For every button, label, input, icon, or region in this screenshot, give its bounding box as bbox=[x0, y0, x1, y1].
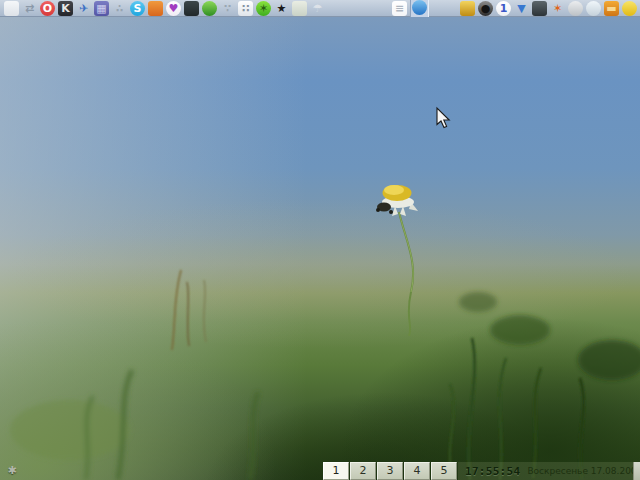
spider-star-icon[interactable]: ★ bbox=[274, 1, 289, 16]
document-icon[interactable]: ≡ bbox=[392, 1, 407, 16]
share-icon[interactable]: ⇄ bbox=[22, 1, 37, 16]
pale-badge-icon[interactable] bbox=[292, 1, 307, 16]
dark-disk-icon[interactable] bbox=[532, 1, 547, 16]
workspace-button-1[interactable]: 1 bbox=[323, 462, 349, 480]
lens-icon[interactable]: ● bbox=[478, 1, 493, 16]
desktop-wallpaper bbox=[0, 0, 640, 480]
clock-area: 17:55:54 Воскресенье 17.08.2008 bbox=[458, 462, 640, 480]
workspace-button-5[interactable]: 5 bbox=[431, 462, 457, 480]
dots-icon[interactable]: ∵ bbox=[220, 1, 235, 16]
k-app-icon[interactable]: K bbox=[58, 1, 73, 16]
workspace-switcher: 12345 bbox=[323, 462, 458, 480]
web-globe-icon[interactable] bbox=[412, 0, 427, 15]
start-menu-icon[interactable]: ✱ bbox=[5, 464, 19, 478]
taskbar-collapse-handle[interactable] bbox=[633, 462, 640, 480]
burst-icon[interactable]: ✶ bbox=[550, 1, 565, 16]
opera-browser-icon[interactable]: O bbox=[40, 1, 55, 16]
active-apps-group: ≡ bbox=[392, 0, 429, 17]
bulb-icon[interactable] bbox=[568, 1, 583, 16]
heart-shield-icon[interactable]: ♥ bbox=[166, 1, 181, 16]
paper-plane-icon[interactable]: ✈ bbox=[76, 1, 91, 16]
dice-icon[interactable]: ∷ bbox=[238, 1, 253, 16]
terminal-icon[interactable] bbox=[184, 1, 199, 16]
workspace-button-2[interactable]: 2 bbox=[350, 462, 376, 480]
virus-orb-icon[interactable]: ✶ bbox=[256, 1, 271, 16]
green-orb-icon[interactable] bbox=[202, 1, 217, 16]
package-icon[interactable] bbox=[148, 1, 163, 16]
lemon-icon[interactable] bbox=[622, 1, 637, 16]
notify-count-icon[interactable]: 1 bbox=[496, 1, 511, 16]
desktop-screen: ⇄OK✈▦∴S♥∵∷✶★☂ ≡ ●1▼✶▬ ✱ 12345 17:55:54 В… bbox=[0, 0, 640, 480]
clock-date: Воскресенье 17.08.2008 bbox=[527, 466, 640, 476]
web-globe-slot[interactable] bbox=[410, 0, 429, 17]
pin-icon[interactable]: ☂ bbox=[310, 1, 325, 16]
system-tray-group: ●1▼✶▬ bbox=[460, 0, 637, 17]
folder-icon[interactable]: ▬ bbox=[604, 1, 619, 16]
workspace-button-4[interactable]: 4 bbox=[404, 462, 430, 480]
tile-grid-icon[interactable]: ▦ bbox=[94, 1, 109, 16]
download-arrow-icon[interactable]: ▼ bbox=[514, 1, 529, 16]
droplet-icon[interactable] bbox=[586, 1, 601, 16]
top-panel: ⇄OK✈▦∴S♥∵∷✶★☂ ≡ ●1▼✶▬ bbox=[0, 0, 640, 17]
window-list-icon[interactable] bbox=[4, 1, 19, 16]
launcher-icon-group: ⇄OK✈▦∴S♥∵∷✶★☂ bbox=[4, 0, 325, 17]
clock-time: 17:55:54 bbox=[465, 465, 520, 478]
skype-icon[interactable]: S bbox=[130, 1, 145, 16]
taskbar: ✱ 12345 17:55:54 Воскресенье 17.08.2008 bbox=[0, 462, 640, 480]
workspace-button-3[interactable]: 3 bbox=[377, 462, 403, 480]
gold-ingot-icon[interactable] bbox=[460, 1, 475, 16]
molecule-icon[interactable]: ∴ bbox=[112, 1, 127, 16]
